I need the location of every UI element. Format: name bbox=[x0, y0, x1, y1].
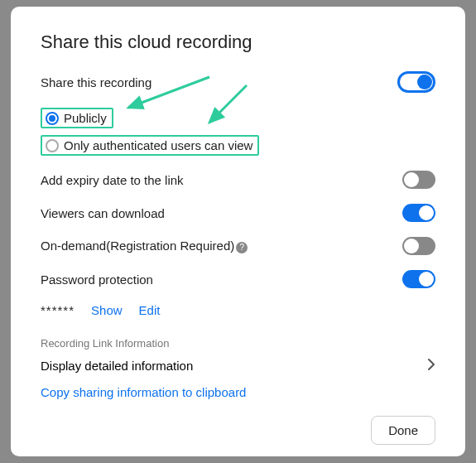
expiry-row: Add expiry date to the link bbox=[41, 171, 435, 189]
toggle-knob bbox=[404, 239, 419, 253]
chevron-right-icon bbox=[427, 358, 435, 374]
expiry-label: Add expiry date to the link bbox=[41, 173, 184, 187]
edit-link[interactable]: Edit bbox=[139, 303, 161, 317]
share-radio-group: Publicly Only authenticated users can vi… bbox=[41, 108, 435, 156]
download-toggle[interactable] bbox=[402, 204, 435, 222]
on-demand-toggle[interactable] bbox=[402, 237, 435, 255]
done-button[interactable]: Done bbox=[371, 416, 435, 445]
on-demand-text: On-demand(Registration Required) bbox=[41, 239, 234, 253]
radio-row-authenticated[interactable]: Only authenticated users can view bbox=[41, 135, 435, 156]
download-row: Viewers can download bbox=[41, 204, 435, 222]
share-toggle[interactable] bbox=[397, 71, 435, 93]
modal-title: Share this cloud recording bbox=[41, 31, 435, 53]
copy-sharing-link[interactable]: Copy sharing information to clipboard bbox=[41, 385, 435, 399]
on-demand-label: On-demand(Registration Required)? bbox=[41, 239, 248, 253]
highlight-box-authenticated: Only authenticated users can view bbox=[41, 135, 259, 156]
radio-publicly-label: Publicly bbox=[64, 111, 107, 125]
expiry-toggle[interactable] bbox=[402, 171, 435, 189]
toggle-knob bbox=[404, 172, 419, 187]
toggle-knob bbox=[417, 75, 432, 89]
toggle-knob bbox=[419, 272, 434, 287]
password-toggle[interactable] bbox=[402, 270, 435, 288]
download-label: Viewers can download bbox=[41, 206, 165, 220]
share-recording-label: Share this recording bbox=[41, 75, 151, 89]
share-modal: Share this cloud recording Share this re… bbox=[11, 7, 465, 456]
display-detailed-row[interactable]: Display detailed information bbox=[41, 358, 435, 374]
modal-footer: Done bbox=[41, 416, 435, 445]
display-detailed-label: Display detailed information bbox=[41, 359, 193, 373]
recording-link-info-label: Recording Link Information bbox=[41, 337, 435, 350]
radio-authenticated[interactable] bbox=[46, 139, 59, 152]
share-recording-row: Share this recording bbox=[41, 71, 435, 93]
radio-publicly[interactable] bbox=[46, 112, 59, 125]
help-icon[interactable]: ? bbox=[236, 242, 248, 253]
radio-row-publicly[interactable]: Publicly bbox=[41, 108, 435, 128]
highlight-box-publicly: Publicly bbox=[41, 108, 113, 128]
show-link[interactable]: Show bbox=[91, 303, 123, 317]
toggle-knob bbox=[419, 205, 434, 220]
radio-dot bbox=[49, 115, 55, 122]
radio-authenticated-label: Only authenticated users can view bbox=[64, 138, 252, 152]
password-mask: ****** bbox=[41, 303, 75, 317]
on-demand-row: On-demand(Registration Required)? bbox=[41, 237, 435, 255]
password-actions-row: ****** Show Edit bbox=[41, 303, 435, 317]
password-label: Password protection bbox=[41, 272, 153, 287]
password-row: Password protection bbox=[41, 270, 435, 288]
